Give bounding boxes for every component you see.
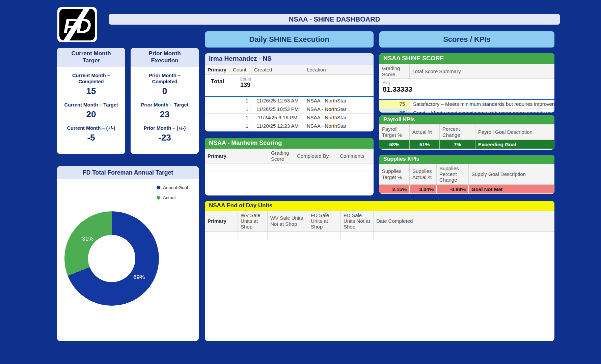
- stat-value: -5: [57, 132, 125, 143]
- payroll-kpis-card: Payroll KPIs Payroll Target % Actual % P…: [379, 115, 554, 150]
- cell-count: 1: [230, 122, 251, 130]
- cell-primary: [205, 105, 230, 113]
- col-comments: Comments: [337, 149, 374, 163]
- table-row[interactable]: 1 11/20/25 12:23 AM NSAA - NorthStar: [205, 122, 374, 130]
- col-date-completed: Date Completed: [374, 211, 554, 231]
- irma-hernandez-card: Irma Hernandez - NS Primary Count Create…: [205, 53, 374, 131]
- col-primary: Primary: [205, 211, 238, 231]
- col-location: Location: [304, 65, 374, 74]
- section-daily-label: Daily SHINE Execution: [249, 35, 329, 44]
- col-supplies-target: Supplies Target %: [379, 164, 410, 184]
- cell-location: NSAA - NorthStar: [304, 114, 374, 122]
- count-total-value: 139: [230, 82, 261, 89]
- irma-total-row: Total Count 139: [205, 75, 374, 96]
- manheim-table-header: Primary Grading Score Completed By Comme…: [205, 149, 374, 163]
- payroll-title: Payroll KPIs: [379, 115, 554, 124]
- col-created: Created: [251, 65, 304, 74]
- manheim-scoring-card: NSAA - Manheim Scoring Primary Grading S…: [205, 138, 374, 195]
- stat-value: 15: [57, 86, 125, 96]
- stat-current-target: Current Month – Target 20: [57, 102, 125, 120]
- score-value-cell: 75: [379, 100, 410, 108]
- score-summary-cell: Good – Meets most expectations with mino…: [410, 109, 554, 113]
- col-primary: Primary: [205, 149, 268, 163]
- fd-logo-icon: FD: [59, 8, 95, 41]
- cell-location: NSAA - NorthStar: [304, 97, 374, 105]
- stat-label: Current Month – (+/-): [57, 125, 125, 131]
- shine-score-card: NSAA SHINE SCORE Grading Score Total Sco…: [379, 53, 554, 113]
- score-row-75[interactable]: 75 Satisfactory – Meets minimum standard…: [379, 100, 554, 109]
- legend-dot-blue-icon: [157, 186, 160, 189]
- prior-month-card-title: Prior Month Execution: [131, 48, 199, 67]
- stat-prior-completed: Prior Month – Completed 0: [131, 73, 199, 96]
- legend-item-annual-goal[interactable]: Annual Goal: [157, 185, 188, 190]
- shine-score-title: NSAA SHINE SCORE: [379, 53, 554, 64]
- score-summary-cell: Satisfactory – Meets minimum standards b…: [410, 100, 554, 108]
- cell-count: 1: [230, 105, 251, 113]
- stat-value: 23: [131, 109, 199, 120]
- annual-target-title: FD Total Foreman Annual Target: [57, 166, 199, 179]
- chart-legend: Annual Goal Actual: [157, 185, 188, 200]
- cell-count: 1: [230, 114, 251, 122]
- table-row[interactable]: 1 11/26/25 12:53 AM NSAA - NorthStar: [205, 97, 374, 105]
- payroll-percent-change-value: 7%: [440, 140, 475, 149]
- table-row[interactable]: 1 11/26/25 10:53 PM NSAA - NorthStar: [205, 105, 374, 114]
- page-title: NSAA - SHINE DASHBOARD: [289, 16, 380, 23]
- cell-primary: [205, 97, 230, 105]
- payroll-goal-status: Exceeding Goal: [475, 140, 554, 149]
- annual-target-chart-card: FD Total Foreman Annual Target Annual Go…: [57, 166, 199, 341]
- end-of-day-units-card: NSAA End of Day Units Primary WV Sale Un…: [205, 201, 554, 341]
- table-row[interactable]: 1 11/24/25 9:16 PM NSAA - NorthStar: [205, 114, 374, 122]
- score-value-cell: 85: [379, 109, 410, 113]
- stat-current-completed: Current Month – Completed 15: [57, 73, 125, 96]
- payroll-target-value: 58%: [379, 140, 410, 149]
- supplies-kpis-card: Supplies KPIs Supplies Target % Supplies…: [379, 155, 554, 194]
- payroll-table-header: Payroll Target % Actual % Percent Change…: [379, 124, 554, 140]
- cell-created: 11/26/25 10:53 PM: [251, 105, 304, 113]
- col-grading-score: Grading Score: [379, 64, 410, 79]
- cell-created: 11/24/25 9:16 PM: [251, 114, 304, 122]
- stat-label: Prior Month – Completed: [131, 73, 199, 84]
- eod-table-header: Primary WV Sale Units at Shop WV Sale Un…: [205, 211, 554, 232]
- cell-created: 11/20/25 12:23 AM: [251, 122, 304, 130]
- col-grading-score: Grading Score: [268, 149, 294, 163]
- cell-created: 11/26/25 12:53 AM: [251, 97, 304, 105]
- col-payroll-target: Payroll Target %: [379, 124, 410, 140]
- legend-label: Actual: [163, 195, 176, 200]
- col-percent-change: Percent Change: [440, 124, 475, 140]
- irma-table-header: Primary Count Created Location: [205, 65, 374, 75]
- col-fd-sale-units-not-at-shop: FD Sale Units Not at Shop: [341, 211, 374, 231]
- legend-item-actual[interactable]: Actual: [157, 195, 188, 200]
- empty-row: [205, 232, 554, 239]
- count-mini-label: Count: [230, 77, 261, 82]
- empty-cell: [268, 232, 308, 239]
- donut-chart[interactable]: 31% 69%: [64, 211, 159, 306]
- total-label: Total: [205, 77, 230, 89]
- empty-cell: [205, 163, 268, 172]
- empty-cell: [337, 163, 374, 172]
- section-daily-shine-execution: Daily SHINE Execution: [205, 31, 374, 48]
- stat-value: -23: [131, 132, 199, 143]
- cell-primary: [205, 114, 230, 122]
- empty-cell: [308, 232, 341, 239]
- irma-card-title: Irma Hernandez - NS: [205, 53, 374, 65]
- manheim-title: NSAA - Manheim Scoring: [205, 138, 374, 149]
- col-payroll-goal-description: Payroll Goal Description: [475, 124, 554, 140]
- payroll-values-row: 58% 51% 7% Exceeding Goal: [379, 140, 554, 149]
- col-primary: Primary: [205, 65, 230, 74]
- stat-prior-target: Prior Month – Target 23: [131, 102, 199, 120]
- cell-location: NSAA - NorthStar: [304, 122, 374, 130]
- stat-label: Current Month – Completed: [57, 73, 125, 84]
- cell-primary: [205, 122, 230, 130]
- empty-cell: [268, 163, 294, 172]
- supplies-target-value: 2.15%: [379, 185, 410, 193]
- cell-location: NSAA - NorthStar: [304, 105, 374, 113]
- current-month-card-title: Current Month Target: [57, 48, 125, 67]
- stat-current-plusminus: Current Month – (+/-) -5: [57, 125, 125, 143]
- stat-label: Prior Month – (+/-): [131, 125, 199, 131]
- col-wv-sale-units-at-shop: WV Sale Units at Shop: [238, 211, 268, 231]
- total-count-block: Count 139: [230, 77, 261, 89]
- score-row-85[interactable]: 85 Good – Meets most expectations with m…: [379, 109, 554, 113]
- stat-label: Prior Month – Target: [131, 102, 199, 108]
- col-supply-goal-description: Supply Goal Description: [469, 164, 554, 184]
- avg-score-block: Avg 81.33333: [379, 79, 554, 99]
